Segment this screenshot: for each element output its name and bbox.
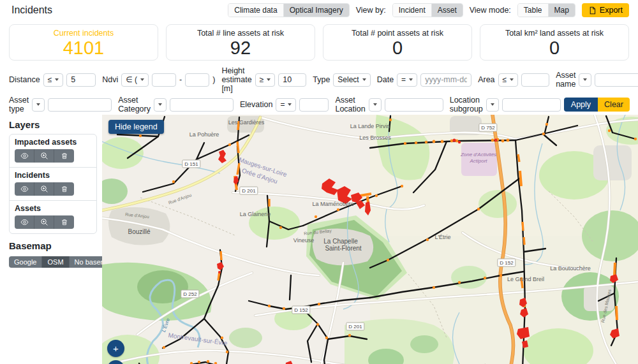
chevron-down-icon bbox=[491, 103, 494, 106]
ndvi-separator: - bbox=[179, 75, 182, 84]
layer-visibility-button[interactable] bbox=[15, 149, 34, 163]
layer-delete-button[interactable] bbox=[54, 182, 74, 196]
view-by-incident-button[interactable]: Incident bbox=[393, 4, 432, 17]
distance-input[interactable] bbox=[66, 73, 96, 87]
asset-location-label: Asset Location bbox=[335, 96, 365, 113]
elevation-input[interactable] bbox=[299, 98, 329, 112]
view-by-asset-button[interactable]: Asset bbox=[432, 4, 463, 17]
card-line-assets: Total # line assets at risk 92 bbox=[166, 24, 315, 61]
card-value: 4101 bbox=[12, 38, 155, 57]
content: Layers Impacted assets Incidents bbox=[0, 115, 638, 364]
asset-type-input[interactable] bbox=[48, 98, 112, 112]
view-by-toggle: Incident Asset bbox=[392, 3, 463, 17]
apply-button[interactable]: Apply bbox=[564, 98, 598, 112]
eye-icon bbox=[20, 152, 29, 160]
map-canvas[interactable] bbox=[102, 115, 638, 364]
type-select[interactable]: Select bbox=[333, 73, 370, 87]
location-subgroup-operator-select[interactable] bbox=[486, 98, 499, 112]
stats-row: Current incidents 4101 Total # line asse… bbox=[0, 20, 638, 65]
basemap-google-button[interactable]: Google bbox=[9, 256, 42, 268]
basemap-osm-button[interactable]: OSM bbox=[42, 256, 69, 268]
layer-label: Incidents bbox=[15, 171, 91, 180]
asset-name-operator-select[interactable] bbox=[579, 73, 591, 87]
elevation-operator-select[interactable]: = bbox=[276, 98, 296, 112]
sidebar: Layers Impacted assets Incidents bbox=[0, 115, 102, 364]
chevron-down-icon bbox=[288, 103, 292, 106]
card-current-incidents: Current incidents 4101 bbox=[9, 24, 158, 61]
layer-item-impacted-assets: Impacted assets bbox=[10, 135, 96, 168]
ndvi-operator-select[interactable]: ∈ ( bbox=[121, 73, 149, 87]
distance-operator-select[interactable]: ≤ bbox=[43, 73, 64, 87]
asset-category-label: Asset Category bbox=[118, 96, 151, 113]
view-by-label: View by: bbox=[356, 6, 386, 15]
card-value: 0 bbox=[483, 38, 626, 57]
area-label: Area bbox=[478, 75, 494, 84]
layer-label: Impacted assets bbox=[15, 138, 91, 147]
layer-visibility-button[interactable] bbox=[15, 215, 34, 229]
export-file-icon bbox=[588, 6, 597, 15]
distance-label: Distance bbox=[9, 75, 40, 84]
card-title: Total # point assets at risk bbox=[326, 29, 469, 38]
export-label: Export bbox=[600, 6, 623, 15]
chevron-down-icon bbox=[140, 78, 144, 81]
location-subgroup-label: Location subgroup bbox=[450, 96, 483, 113]
layer-delete-button[interactable] bbox=[54, 149, 74, 163]
ndvi-min-input[interactable] bbox=[152, 73, 176, 87]
elevation-label: Elevation bbox=[240, 100, 272, 109]
data-source-toggle: Climate data Optical Imagery bbox=[228, 3, 349, 17]
chevron-down-icon bbox=[36, 103, 40, 106]
basemap-title: Basemap bbox=[9, 240, 97, 251]
area-input[interactable] bbox=[521, 73, 549, 87]
layer-label: Assets bbox=[15, 204, 91, 213]
export-button[interactable]: Export bbox=[582, 3, 629, 17]
layer-item-incidents: Incidents bbox=[10, 168, 96, 201]
view-mode-map-button[interactable]: Map bbox=[549, 4, 575, 17]
chevron-down-icon bbox=[373, 103, 377, 106]
location-subgroup-input[interactable] bbox=[502, 98, 561, 112]
card-value: 0 bbox=[326, 38, 469, 57]
asset-type-operator-select[interactable] bbox=[32, 98, 45, 112]
filter-row-1: Distance ≤ Ndvi ∈ ( - ) Height estimate … bbox=[0, 65, 638, 94]
date-input[interactable] bbox=[420, 73, 471, 87]
view-mode-table-button[interactable]: Table bbox=[518, 4, 549, 17]
view-mode-label: View mode: bbox=[470, 6, 511, 15]
asset-location-input[interactable] bbox=[385, 98, 443, 112]
layer-actions bbox=[15, 149, 74, 163]
optical-imagery-button[interactable]: Optical Imagery bbox=[284, 4, 349, 17]
layer-delete-button[interactable] bbox=[54, 215, 74, 229]
filter-row-2: Asset type Asset Category Elevation = As… bbox=[0, 94, 638, 115]
layer-item-assets: Assets bbox=[10, 201, 96, 233]
height-operator-select[interactable]: ≥ bbox=[255, 73, 276, 87]
date-operator-select[interactable]: = bbox=[397, 73, 417, 87]
card-title: Current incidents bbox=[12, 29, 155, 38]
height-input[interactable] bbox=[278, 73, 306, 87]
layer-zoom-to-button[interactable] bbox=[34, 149, 54, 163]
climate-data-button[interactable]: Climate data bbox=[228, 4, 283, 17]
height-estimate-label: Height estimate [m] bbox=[221, 66, 251, 93]
layer-actions bbox=[15, 215, 74, 229]
ndvi-label: Ndvi bbox=[102, 75, 118, 84]
layer-zoom-to-button[interactable] bbox=[34, 215, 54, 229]
hide-legend-button[interactable]: Hide legend bbox=[108, 120, 164, 134]
map-container[interactable]: Les GardièresLa PohuèreLa Lande PirvinLe… bbox=[102, 115, 638, 364]
clear-button[interactable]: Clear bbox=[598, 98, 630, 112]
asset-location-operator-select[interactable] bbox=[369, 98, 382, 112]
apply-clear-group: Apply Clear bbox=[564, 98, 630, 112]
layer-zoom-to-button[interactable] bbox=[34, 182, 54, 196]
chevron-down-icon bbox=[510, 78, 514, 81]
chevron-down-icon bbox=[267, 78, 271, 81]
asset-category-operator-select[interactable] bbox=[154, 98, 167, 112]
card-title: Total # line assets at risk bbox=[169, 29, 312, 38]
trash-icon bbox=[61, 218, 68, 226]
ndvi-max-input[interactable] bbox=[185, 73, 209, 87]
header: Incidents Climate data Optical Imagery V… bbox=[0, 0, 638, 20]
area-operator-select[interactable]: ≤ bbox=[498, 73, 519, 87]
chevron-down-icon bbox=[583, 78, 587, 81]
card-point-assets: Total # point assets at risk 0 bbox=[323, 24, 472, 61]
layer-visibility-button[interactable] bbox=[15, 182, 34, 196]
eye-icon bbox=[20, 218, 29, 226]
zoom-in-icon bbox=[40, 185, 48, 193]
asset-name-input[interactable] bbox=[595, 73, 638, 87]
map-zoom-in-button[interactable]: + bbox=[107, 340, 124, 357]
asset-category-input[interactable] bbox=[170, 98, 234, 112]
